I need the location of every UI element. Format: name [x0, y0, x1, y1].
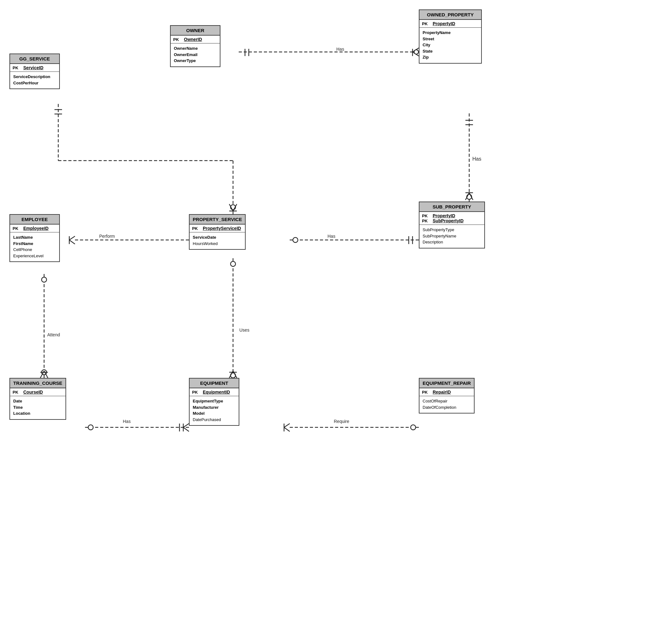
pk-label-1: PK [422, 213, 431, 218]
svg-line-56 [284, 424, 290, 427]
attr-zip: Zip [423, 54, 478, 61]
attr-city: City [423, 42, 478, 48]
table-header-equipment-repair: EQUIPMENT_REPAIR [419, 379, 474, 388]
svg-point-20 [231, 205, 236, 210]
attr-propertyname: PropertyName [423, 30, 478, 36]
attr-model: Model [193, 410, 236, 417]
rel-label-require: Require [334, 419, 349, 424]
table-header-owned-property: OWNED_PROPERTY [419, 10, 481, 20]
attr-dateofcompletion: DateOfCompletion [423, 404, 471, 411]
rel-label-perform: Perform [99, 234, 115, 239]
svg-line-41 [233, 371, 237, 378]
svg-line-12 [465, 193, 469, 200]
table-header-sub-property: SUB_PROPERTY [419, 202, 484, 212]
svg-point-37 [231, 261, 236, 266]
svg-line-46 [40, 371, 44, 378]
attr-street: Street [423, 36, 478, 42]
attr-costperhour: CostPerHour [13, 80, 56, 86]
pk-label: PK [13, 65, 21, 70]
svg-line-5 [412, 52, 419, 56]
attr-time: Time [13, 404, 62, 411]
attr-lastname: LastName [13, 234, 56, 241]
pk-field-propertyserviceid: PropertyServiceID [203, 226, 241, 231]
table-property-service: PROPERTY_SERVICE PK PropertyServiceID Se… [189, 214, 246, 250]
pk-field-propertyid: PropertyID [433, 21, 455, 26]
pk-label: PK [13, 226, 21, 231]
attr-date: Date [13, 398, 62, 404]
svg-line-27 [69, 240, 75, 244]
svg-line-57 [284, 427, 290, 431]
pk-label: PK [422, 390, 431, 394]
table-gg-service: GG_SERVICE PK ServiceID ServiceDescripti… [9, 53, 60, 89]
pk-label: PK [192, 226, 201, 231]
pk-label: PK [173, 37, 182, 42]
pk-field-repairid: RepairID [433, 390, 451, 394]
rel-label-attend: Attend [47, 332, 60, 337]
svg-line-26 [69, 236, 75, 240]
pk-label-2: PK [422, 218, 431, 223]
table-header-training-course: TRANINING_COURSE [10, 379, 66, 388]
pk-field-subpropertyid: SubPropertyID [433, 218, 463, 223]
attr-servicedate: ServiceDate [193, 234, 242, 241]
attr-hoursworked: HoursWorked [193, 241, 242, 247]
table-sub-property: SUB_PROPERTY PK PropertyID PK SubPropert… [419, 201, 485, 248]
attr-subpropertyname: SubPropertyName [423, 233, 481, 239]
svg-point-10 [467, 194, 472, 199]
svg-line-13 [469, 193, 473, 200]
attr-ownername: OwnerName [174, 45, 217, 52]
rel-label-has-ps: Has [328, 234, 335, 239]
svg-line-40 [229, 371, 233, 378]
table-equipment: EQUIPMENT PK EquipmentID EquipmentType M… [189, 378, 239, 426]
svg-point-44 [42, 370, 47, 375]
pk-field-serviceid: ServiceID [23, 65, 44, 70]
attr-subpropertytype: SubPropertyType [423, 227, 481, 233]
table-header-employee: EMPLOYEE [10, 215, 59, 224]
attr-cellphone: CellPhone [13, 247, 56, 253]
svg-point-6 [414, 50, 418, 54]
pk-field-employeeid: EmployeeID [23, 226, 48, 231]
svg-text:Has: Has [472, 156, 481, 162]
rel-label-uses: Uses [239, 328, 249, 333]
svg-point-43 [42, 277, 47, 282]
table-header-owner: OWNER [171, 26, 220, 35]
attr-location: Location [13, 410, 62, 417]
rel-label-has-eq: Has [123, 419, 131, 424]
svg-line-52 [183, 424, 189, 427]
pk-label: PK [422, 21, 431, 26]
svg-line-23 [233, 204, 237, 211]
svg-point-49 [88, 425, 93, 430]
table-training-course: TRANINING_COURSE PK CourseID Date Time L… [9, 378, 66, 420]
attr-costofrepair: CostOfRepair [423, 398, 471, 404]
svg-line-22 [229, 204, 233, 211]
attr-equipmenttype: EquipmentType [193, 398, 236, 404]
table-header-gg-service: GG_SERVICE [10, 54, 59, 64]
table-owned-property: OWNED_PROPERTY PK PropertyID PropertyNam… [419, 9, 482, 64]
table-header-equipment: EQUIPMENT [190, 379, 239, 388]
attr-servicedescription: ServiceDescription [13, 74, 56, 80]
rel-label-has-owner: Has [336, 47, 344, 52]
svg-line-47 [44, 371, 48, 378]
attr-ownertype: OwnerType [174, 57, 217, 64]
svg-point-58 [411, 425, 416, 430]
svg-point-39 [231, 373, 236, 378]
table-employee: EMPLOYEE PK EmployeeID LastName FirstNam… [9, 214, 60, 262]
pk-field-equipmentid: EquipmentID [203, 390, 230, 394]
table-header-property-service: PROPERTY_SERVICE [190, 215, 245, 224]
pk-label: PK [13, 390, 21, 394]
attr-manufacturer: Manufacturer [193, 404, 236, 411]
pk-field-propertyid: PropertyID [433, 213, 455, 218]
attr-owneremail: OwnerEmail [174, 52, 217, 58]
attr-datepurchased: DatePurchased [193, 417, 236, 423]
svg-line-53 [183, 427, 189, 431]
attr-experiencelevel: ExperienceLevel [13, 253, 56, 259]
table-equipment-repair: EQUIPMENT_REPAIR PK RepairID CostOfRepai… [419, 378, 475, 413]
svg-point-33 [293, 237, 298, 242]
attr-description: Description [423, 239, 481, 245]
table-owner: OWNER PK OwnerID OwnerName OwnerEmail Ow… [170, 25, 220, 67]
pk-field-courseid: CourseID [23, 390, 43, 394]
attr-firstname: FirstName [13, 241, 56, 247]
attr-state: State [423, 48, 478, 54]
pk-label: PK [192, 390, 201, 394]
svg-line-4 [412, 48, 419, 52]
pk-field-ownerid: OwnerID [184, 37, 202, 42]
